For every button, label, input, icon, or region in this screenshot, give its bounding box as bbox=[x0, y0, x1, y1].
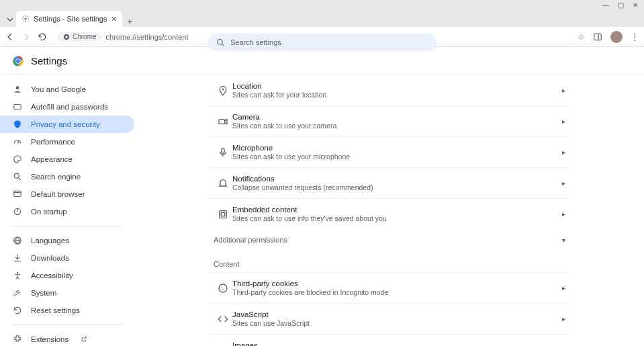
chevron-right-icon: ▸ bbox=[562, 87, 565, 94]
wrench-icon bbox=[12, 288, 23, 298]
search-icon bbox=[216, 38, 225, 47]
speedometer-icon bbox=[12, 137, 23, 146]
svg-point-13 bbox=[14, 173, 19, 178]
os-titlebar: — ▢ ✕ bbox=[0, 0, 644, 9]
embedded-icon bbox=[214, 209, 232, 220]
back-button[interactable] bbox=[5, 32, 15, 42]
setting-row-embedded[interactable]: Embedded contentSites can ask to use inf… bbox=[208, 198, 571, 229]
svg-rect-3 bbox=[594, 34, 602, 40]
sidebar-item-downloads[interactable]: Downloads bbox=[0, 249, 134, 267]
svg-point-25 bbox=[222, 88, 224, 90]
sidebar-item-languages[interactable]: Languages bbox=[0, 232, 134, 249]
maximize-button[interactable]: ▢ bbox=[617, 1, 624, 8]
reload-button[interactable] bbox=[38, 32, 47, 42]
sidebar-divider bbox=[12, 226, 122, 226]
forward-button[interactable] bbox=[21, 32, 31, 42]
svg-point-0 bbox=[25, 18, 27, 20]
svg-rect-26 bbox=[219, 119, 225, 124]
sidebar-item-on-startup[interactable]: On startup bbox=[0, 203, 134, 220]
setting-row-microphone[interactable]: MicrophoneSites can ask to use your micr… bbox=[208, 136, 571, 167]
sidebar-item-system[interactable]: System bbox=[0, 284, 134, 302]
sidebar-item-autofill[interactable]: Autofill and passwords bbox=[0, 98, 134, 116]
person-icon bbox=[12, 85, 23, 94]
chevron-right-icon: ▸ bbox=[562, 148, 565, 156]
setting-row-notifications[interactable]: NotificationsCollapse unwanted requests … bbox=[208, 167, 571, 198]
sidebar-item-extensions[interactable]: Extensions bbox=[0, 331, 134, 346]
svg-rect-15 bbox=[14, 191, 21, 196]
power-icon bbox=[12, 207, 23, 216]
bell-icon bbox=[214, 178, 232, 189]
svg-point-32 bbox=[224, 288, 224, 289]
setting-row-location[interactable]: LocationSites can ask for your location … bbox=[208, 75, 571, 105]
chrome-logo-icon bbox=[12, 55, 24, 67]
reset-icon bbox=[12, 306, 23, 315]
chevron-right-icon: ▸ bbox=[562, 118, 565, 125]
microphone-icon bbox=[214, 147, 232, 158]
sidebar-item-default-browser[interactable]: Default browser bbox=[0, 185, 134, 203]
accessibility-icon bbox=[12, 271, 23, 280]
svg-point-30 bbox=[219, 284, 227, 292]
chrome-icon bbox=[63, 34, 70, 40]
close-tab-button[interactable]: ✕ bbox=[111, 15, 117, 24]
extension-icon bbox=[12, 335, 23, 344]
svg-point-8 bbox=[218, 39, 223, 44]
svg-line-9 bbox=[222, 44, 224, 46]
svg-rect-27 bbox=[222, 148, 224, 153]
chevron-right-icon: ▸ bbox=[562, 315, 565, 322]
chevron-right-icon: ▸ bbox=[562, 210, 565, 218]
shield-icon bbox=[12, 120, 23, 129]
sidebar-divider bbox=[12, 325, 122, 325]
settings-sidebar: You and Google Autofill and passwords Pr… bbox=[0, 75, 134, 346]
svg-point-2 bbox=[65, 36, 67, 38]
autofill-icon bbox=[12, 102, 23, 112]
new-tab-button[interactable]: + bbox=[122, 16, 137, 27]
close-window-button[interactable]: ✕ bbox=[632, 1, 639, 8]
sidebar-item-reset[interactable]: Reset settings bbox=[0, 302, 134, 319]
settings-main: LocationSites can ask for your location … bbox=[134, 75, 644, 346]
svg-point-7 bbox=[16, 59, 20, 63]
search-icon bbox=[12, 172, 23, 181]
setting-row-javascript[interactable]: JavaScriptSites can use JavaScript ▸ bbox=[208, 303, 571, 334]
svg-point-22 bbox=[17, 272, 18, 273]
sidebar-item-search-engine[interactable]: Search engine bbox=[0, 168, 134, 185]
external-link-icon bbox=[81, 336, 87, 343]
setting-row-cookies[interactable]: Third-party cookiesThird-party cookies a… bbox=[208, 272, 571, 303]
chevron-down-icon: ▾ bbox=[562, 236, 565, 244]
tab-strip: Settings - Site settings ✕ + bbox=[0, 9, 644, 27]
camera-icon bbox=[214, 116, 232, 127]
bookmark-button[interactable]: ☆ bbox=[578, 32, 585, 42]
svg-point-33 bbox=[222, 289, 222, 290]
download-icon bbox=[12, 253, 23, 263]
tab-title: Settings - Site settings bbox=[34, 15, 107, 23]
minimize-button[interactable]: — bbox=[602, 1, 609, 8]
setting-row-images[interactable]: ImagesSites can show images ▸ bbox=[208, 334, 571, 346]
palette-icon bbox=[12, 155, 23, 164]
svg-rect-11 bbox=[14, 105, 21, 110]
sidebar-item-appearance[interactable]: Appearance bbox=[0, 150, 134, 168]
profile-avatar[interactable] bbox=[610, 31, 623, 43]
setting-row-camera[interactable]: CameraSites can ask to use your camera ▸ bbox=[208, 105, 571, 136]
additional-permissions-expander[interactable]: Additional permissions ▾ bbox=[208, 229, 571, 251]
svg-rect-28 bbox=[220, 210, 227, 218]
location-icon bbox=[214, 85, 232, 96]
address-bar[interactable]: Chrome chrome://settings/content bbox=[58, 32, 188, 41]
sidebar-item-accessibility[interactable]: Accessibility bbox=[0, 267, 134, 284]
site-chip: Chrome bbox=[58, 32, 102, 41]
globe-icon bbox=[12, 236, 23, 245]
sidebar-item-you-and-google[interactable]: You and Google bbox=[0, 81, 134, 98]
sidebar-item-performance[interactable]: Performance bbox=[0, 133, 134, 150]
browser-icon bbox=[12, 189, 23, 199]
browser-tab[interactable]: Settings - Site settings ✕ bbox=[16, 11, 122, 27]
chevron-right-icon: ▸ bbox=[562, 179, 565, 187]
chrome-menu-button[interactable]: ⋮ bbox=[631, 32, 639, 42]
url-text: chrome://settings/content bbox=[106, 33, 189, 41]
sidebar-item-privacy[interactable]: Privacy and security bbox=[0, 116, 134, 133]
tab-search-button[interactable] bbox=[4, 12, 16, 27]
svg-point-31 bbox=[221, 287, 222, 288]
svg-rect-29 bbox=[221, 212, 224, 216]
side-panel-button[interactable] bbox=[593, 32, 602, 42]
search-settings-input[interactable]: Search settings bbox=[208, 34, 436, 51]
svg-line-14 bbox=[19, 178, 21, 180]
settings-favicon-icon bbox=[21, 15, 30, 23]
cookie-icon bbox=[214, 283, 232, 294]
